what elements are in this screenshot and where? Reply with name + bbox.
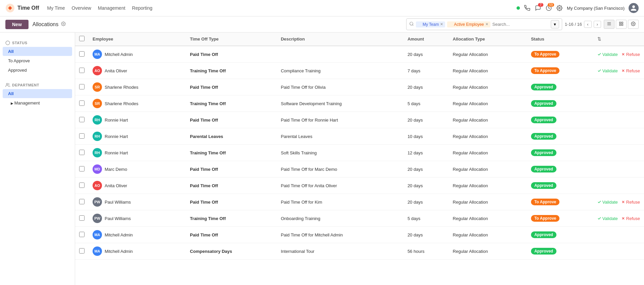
row-checkbox[interactable] [79, 68, 85, 73]
row-amount: 20 days [404, 194, 449, 210]
row-actions [593, 112, 644, 128]
employee-avatar: SR [93, 82, 102, 92]
row-description: Paid Time Off for Marc Demo [277, 161, 404, 177]
row-checkbox[interactable] [79, 166, 85, 171]
th-amount: Amount [404, 32, 449, 46]
list-view-btn[interactable] [604, 20, 614, 29]
validate-button[interactable]: Validate [597, 68, 618, 73]
row-checkbox[interactable] [79, 117, 85, 122]
phone-icon[interactable] [524, 5, 531, 11]
row-employee: AO Anita Oliver [89, 63, 186, 79]
app-logo[interactable]: Time Off [5, 3, 39, 13]
row-description [277, 46, 404, 63]
nav-overview[interactable]: Overview [72, 5, 91, 11]
app-title: Time Off [17, 5, 39, 11]
row-amount: 56 hours [404, 243, 449, 260]
row-time-off-type: Paid Time Off [186, 46, 277, 63]
nav-my-time[interactable]: My Time [47, 5, 65, 11]
filter-active-employee-close[interactable]: ✕ [485, 22, 488, 26]
row-checkbox-cell [75, 161, 89, 177]
status-badge: To Approve [531, 199, 559, 205]
nav-reporting[interactable]: Reporting [132, 5, 153, 11]
refuse-button[interactable]: Refuse [621, 68, 640, 73]
employee-avatar: RH [93, 115, 102, 125]
refuse-button[interactable]: Refuse [621, 216, 640, 221]
column-adjust-icon[interactable]: ⇅ [597, 37, 601, 42]
row-amount: 10 days [404, 128, 449, 145]
dept-section-label: DEPARTMENT [12, 83, 39, 87]
table-row: SR Sharlene Rhodes Training Time Off Sof… [75, 95, 644, 112]
row-description: Paid Time Off for Mitchell Admin [277, 227, 404, 243]
card-view-btn[interactable] [616, 20, 627, 29]
refuse-button[interactable]: Refuse [621, 200, 640, 205]
row-description: Paid Time Off for Kim [277, 194, 404, 210]
row-description: Paid Time Off for Ronnie Hart [277, 112, 404, 128]
employee-name: Mitchell Admin [105, 232, 133, 237]
sidebar-status-to-approve[interactable]: To Approve [3, 56, 72, 65]
row-time-off-type: Training Time Off [186, 210, 277, 227]
row-checkbox[interactable] [79, 215, 85, 221]
row-allocation-type: Regular Allocation [449, 194, 527, 210]
status-indicator [517, 6, 520, 10]
row-actions: Validate Refuse [593, 63, 644, 79]
row-amount: 7 days [404, 63, 449, 79]
validate-button[interactable]: Validate [597, 216, 618, 221]
employee-name: Sharlene Rhodes [105, 85, 138, 90]
messages-icon[interactable]: 7 [535, 5, 541, 11]
user-avatar[interactable] [629, 3, 639, 13]
row-checkbox[interactable] [79, 150, 85, 155]
row-status: Approved [527, 227, 593, 243]
settings-icon[interactable] [556, 5, 563, 11]
employee-avatar: AO [93, 181, 102, 190]
svg-rect-13 [622, 24, 623, 25]
row-checkbox[interactable] [79, 232, 85, 237]
row-amount: 20 days [404, 177, 449, 194]
row-employee: MA Mitchell Admin [89, 46, 186, 63]
pagination-next[interactable]: › [594, 21, 601, 28]
new-button[interactable]: New [5, 20, 29, 29]
sidebar-dept-all[interactable]: All [3, 89, 72, 98]
row-checkbox[interactable] [79, 248, 85, 254]
row-checkbox[interactable] [79, 51, 85, 57]
sidebar-status-approved[interactable]: Approved [3, 66, 72, 75]
status-section-label: STATUS [12, 41, 28, 45]
row-checkbox-cell [75, 79, 89, 95]
row-status: To Approve [527, 63, 593, 79]
row-allocation-type: Regular Allocation [449, 63, 527, 79]
status-badge: Approved [531, 100, 556, 107]
select-all-checkbox[interactable] [79, 36, 85, 41]
row-checkbox[interactable] [79, 100, 85, 106]
nav-management[interactable]: Management [98, 5, 125, 11]
table-row: RH Ronnie Hart Parental Leaves Parental … [75, 128, 644, 145]
refuse-button[interactable]: Refuse [621, 52, 640, 57]
row-checkbox[interactable] [79, 183, 85, 188]
filter-my-team-close[interactable]: ✕ [440, 22, 443, 26]
row-checkbox[interactable] [79, 84, 85, 89]
svg-point-4 [63, 23, 64, 24]
validate-button[interactable]: Validate [597, 52, 618, 57]
row-time-off-type: Paid Time Off [186, 227, 277, 243]
validate-button[interactable]: Validate [597, 200, 618, 205]
row-employee: RH Ronnie Hart [89, 112, 186, 128]
search-input[interactable] [492, 22, 549, 27]
search-dropdown-btn[interactable]: ▾ [551, 20, 559, 28]
gear-icon[interactable] [61, 21, 66, 27]
sidebar-dept-management[interactable]: ▶ Management [3, 98, 72, 108]
sidebar-status-to-approve-label: To Approve [8, 58, 30, 63]
employee-name: Sharlene Rhodes [105, 101, 138, 106]
row-checkbox[interactable] [79, 199, 85, 204]
row-checkbox-cell [75, 194, 89, 210]
clock-icon[interactable]: 59 [545, 5, 552, 11]
svg-point-5 [410, 22, 413, 25]
sidebar-status-all[interactable]: All [3, 47, 72, 56]
row-checkbox-cell [75, 63, 89, 79]
svg-point-1 [9, 7, 11, 9]
row-allocation-type: Regular Allocation [449, 95, 527, 112]
svg-point-15 [6, 41, 10, 45]
employee-avatar: MA [93, 246, 102, 256]
main-layout: STATUS All To Approve Approved DEPARTMEN… [0, 32, 644, 285]
pagination-prev[interactable]: ‹ [584, 21, 591, 28]
row-checkbox[interactable] [79, 133, 85, 139]
employee-avatar: PW [93, 214, 102, 223]
settings-view-btn[interactable] [628, 20, 639, 29]
